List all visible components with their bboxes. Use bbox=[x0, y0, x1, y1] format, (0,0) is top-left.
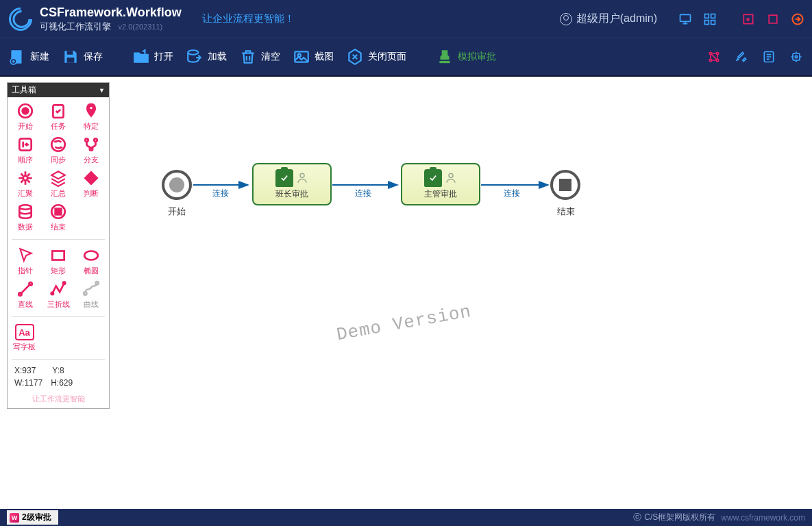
header-tools bbox=[678, 12, 805, 27]
svg-rect-1 bbox=[705, 14, 709, 18]
exit-icon[interactable] bbox=[790, 12, 805, 27]
tool-rect[interactable]: 矩形 bbox=[42, 245, 75, 278]
app-header: CSFramework.Workflow 可视化工作流引擎 v2.0(20231… bbox=[0, 0, 812, 38]
svg-point-32 bbox=[19, 205, 31, 210]
clear-button[interactable]: 清空 bbox=[239, 48, 280, 66]
svg-rect-11 bbox=[67, 58, 75, 63]
svg-rect-2 bbox=[711, 14, 715, 18]
svg-rect-3 bbox=[705, 20, 709, 24]
tool-branch[interactable]: 分支 bbox=[75, 134, 108, 167]
image-icon bbox=[293, 48, 310, 66]
toolbox-panel: 工具箱 ▼ 开始 任务 特定 顺序 同步 分支 汇聚 汇总 判断 数据 结束 指… bbox=[7, 82, 110, 409]
tool-ellipse[interactable]: 椭圆 bbox=[75, 245, 108, 278]
person-icon bbox=[445, 171, 457, 185]
trash-icon bbox=[239, 48, 257, 66]
svg-point-21 bbox=[795, 55, 797, 58]
toolbox-title-bar[interactable]: 工具箱 ▼ bbox=[8, 83, 109, 97]
tab-icon: W bbox=[10, 513, 19, 523]
tool-converge[interactable]: 汇聚 bbox=[9, 167, 42, 201]
save-icon bbox=[62, 48, 79, 66]
tool-polyline[interactable]: 三折线 bbox=[42, 278, 75, 312]
tool-end[interactable]: 结束 bbox=[42, 201, 75, 234]
user-name: 超级用户(admin) bbox=[576, 12, 657, 26]
settings-tools-icon[interactable] bbox=[734, 49, 749, 64]
app-subtitle: 可视化工作流引擎 bbox=[40, 21, 111, 32]
chip-icon[interactable] bbox=[789, 49, 804, 64]
svg-point-42 bbox=[96, 281, 99, 284]
tool-textboard[interactable]: Aa写字板 bbox=[13, 322, 36, 354]
svg-point-16 bbox=[716, 52, 718, 54]
load-icon bbox=[186, 48, 204, 66]
svg-point-15 bbox=[709, 52, 711, 54]
node-end[interactable] bbox=[550, 170, 580, 200]
svg-point-47 bbox=[449, 173, 453, 177]
tool-summary[interactable]: 汇总 bbox=[42, 167, 75, 201]
svg-point-25 bbox=[90, 107, 93, 110]
save-button[interactable]: 保存 bbox=[62, 48, 103, 66]
new-icon bbox=[8, 48, 26, 66]
open-icon bbox=[132, 48, 150, 66]
document-tab[interactable]: W 2级审批 bbox=[7, 510, 58, 525]
svg-point-36 bbox=[84, 251, 98, 260]
tool-line[interactable]: 直线 bbox=[9, 278, 42, 312]
new-button[interactable]: 新建 bbox=[8, 48, 49, 66]
svg-point-31 bbox=[23, 176, 28, 181]
tool-decision[interactable]: 判断 bbox=[75, 167, 108, 201]
open-button[interactable]: 打开 bbox=[132, 48, 173, 66]
footer-url[interactable]: www.csframework.com bbox=[721, 513, 805, 523]
user-block[interactable]: 超级用户(admin) bbox=[560, 12, 657, 26]
node-task-1[interactable]: 班长审批 bbox=[252, 163, 332, 205]
monitor-icon[interactable] bbox=[678, 12, 693, 27]
svg-point-46 bbox=[300, 173, 304, 177]
svg-point-12 bbox=[188, 50, 198, 55]
tool-sync[interactable]: 同步 bbox=[42, 134, 75, 167]
task1-label: 班长审批 bbox=[275, 188, 308, 200]
link-label-3[interactable]: 连接 bbox=[504, 188, 520, 199]
link-label-1[interactable]: 连接 bbox=[212, 188, 229, 199]
node-task-2[interactable]: 主管审批 bbox=[401, 163, 480, 205]
task2-label: 主管审批 bbox=[424, 188, 457, 200]
tool-task[interactable]: 任务 bbox=[42, 100, 75, 134]
window-icon[interactable] bbox=[765, 12, 780, 27]
app-title: CSFramework.Workflow bbox=[40, 5, 182, 20]
collapse-icon[interactable] bbox=[741, 12, 756, 27]
app-version: v2.0(202311) bbox=[118, 23, 162, 31]
tool-data[interactable]: 数据 bbox=[9, 201, 42, 234]
screenshot-button[interactable]: 截图 bbox=[293, 48, 334, 66]
title-block: CSFramework.Workflow 可视化工作流引擎 v2.0(20231… bbox=[40, 5, 182, 33]
person-icon bbox=[296, 171, 308, 185]
tool-start[interactable]: 开始 bbox=[9, 100, 42, 134]
connections-icon[interactable] bbox=[706, 49, 722, 64]
svg-rect-6 bbox=[769, 15, 777, 23]
close-hex-icon bbox=[346, 48, 364, 66]
chevron-down-icon[interactable]: ▼ bbox=[99, 87, 105, 94]
apps-icon[interactable] bbox=[702, 12, 717, 27]
canvas[interactable]: 连接 连接 连接 开始 班长审批 主管审批 结束 Demo Version bbox=[0, 77, 812, 509]
tool-pointer[interactable]: 指针 bbox=[9, 245, 42, 278]
svg-point-17 bbox=[709, 59, 711, 61]
tool-curve[interactable]: 曲线 bbox=[75, 278, 108, 312]
load-button[interactable]: 加载 bbox=[186, 48, 227, 66]
tool-specific[interactable]: 特定 bbox=[75, 100, 108, 134]
svg-rect-20 bbox=[793, 53, 800, 60]
stamp-icon bbox=[436, 48, 454, 66]
copyright-text: C/S框架网版权所有 bbox=[644, 512, 715, 523]
svg-point-23 bbox=[23, 108, 29, 114]
logo-icon bbox=[7, 5, 34, 33]
form-icon[interactable] bbox=[761, 49, 776, 64]
svg-rect-34 bbox=[56, 209, 62, 215]
clipboard-check-icon bbox=[275, 169, 293, 187]
closepage-button[interactable]: 关闭页面 bbox=[346, 48, 406, 66]
user-icon bbox=[560, 13, 572, 25]
main-toolbar: 新建 保存 打开 加载 清空 截图 关闭页面 模拟审批 bbox=[0, 38, 812, 75]
simulate-button[interactable]: 模拟审批 bbox=[436, 48, 496, 66]
slogan: 让企业流程更智能！ bbox=[202, 12, 295, 25]
svg-rect-35 bbox=[52, 251, 64, 260]
svg-point-28 bbox=[85, 138, 88, 141]
node-start[interactable] bbox=[162, 170, 192, 200]
svg-rect-10 bbox=[67, 51, 73, 54]
link-label-2[interactable]: 连接 bbox=[355, 188, 371, 199]
node-start-label: 开始 bbox=[168, 205, 186, 218]
tool-sequence[interactable]: 顺序 bbox=[9, 134, 42, 167]
svg-point-29 bbox=[94, 138, 97, 141]
